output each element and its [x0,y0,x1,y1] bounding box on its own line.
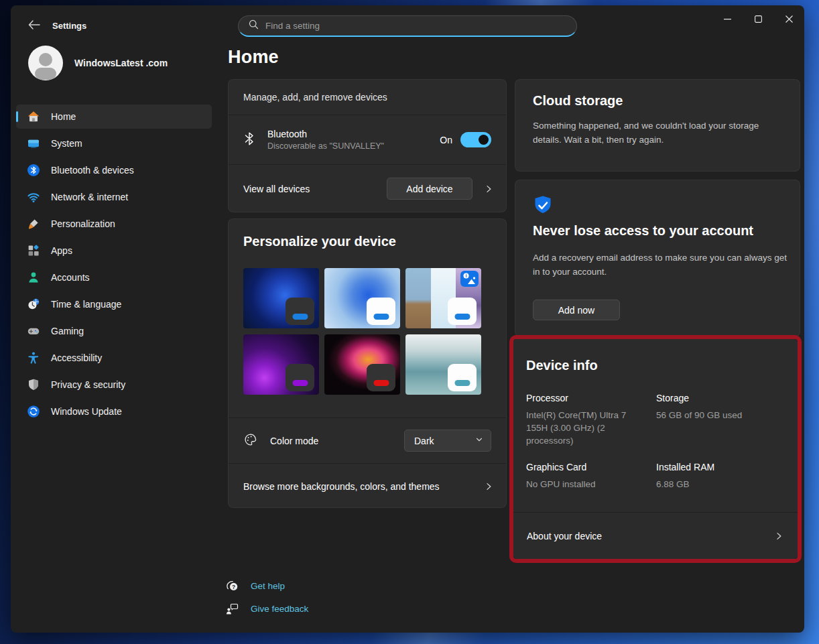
theme-taskbar-preview [448,298,477,325]
get-help-label: Get help [251,581,285,591]
window-controls [712,5,804,32]
svg-text:?: ? [232,584,235,590]
home-icon [27,110,40,123]
sidebar-item-accessibility[interactable]: Accessibility [16,346,212,370]
give-feedback-link[interactable]: Give feedback [225,600,308,617]
add-device-button[interactable]: Add device [387,178,472,200]
sidebar-item-windows-update[interactable]: Windows Update [16,399,212,424]
theme-thumb-abstract-flower[interactable] [324,334,400,395]
red-highlight-box: Device info Processor Intel(R) Core(TM) … [509,335,802,563]
bluetooth-state-label: On [440,135,452,145]
color-mode-dropdown[interactable]: Dark [404,430,491,452]
view-all-devices-label: View all devices [243,184,310,194]
sidebar-item-network-internet[interactable]: Network & internet [16,185,212,209]
devices-card-header[interactable]: Manage, add, and remove devices [229,80,506,115]
maximize-button[interactable] [743,5,773,32]
bluetooth-toggle[interactable] [460,132,491,147]
sidebar-nav: Home System Bluetooth & devices Network … [16,105,212,426]
help-headset-icon: ? [225,579,240,592]
avatar [28,46,63,80]
sidebar-item-label: Bluetooth & devices [51,165,134,176]
sidebar-item-label: Accounts [51,272,90,283]
theme-taskbar-preview [367,364,395,391]
chevron-right-icon [483,184,494,194]
sidebar-item-time-language[interactable]: Time & language [16,292,212,316]
sidebar-item-personalization[interactable]: Personalization [16,212,212,236]
sidebar-item-label: Personalization [51,218,115,229]
sidebar-item-privacy-security[interactable]: Privacy & security [16,373,212,397]
sidebar-item-system[interactable]: System [16,131,212,155]
chevron-right-icon [773,531,784,541]
installed-ram-label: Installed RAM [656,462,714,472]
bluetooth-glyph-icon [243,131,255,149]
account-security-title: Never lose access to your account [533,223,753,239]
theme-taskbar-preview [367,298,395,325]
cloud-storage-body: Something happened, and we couldn't load… [533,119,779,147]
maximize-icon [755,15,762,23]
close-icon [785,15,793,23]
sidebar-item-label: Network & internet [51,192,128,202]
close-button[interactable] [773,5,804,32]
processor-value: Intel(R) Core(TM) Ultra 7 155H (3.00 GHz… [526,409,641,447]
devices-card-header-label: Manage, add, and remove devices [243,92,387,103]
sidebar-item-label: Privacy & security [51,379,125,390]
image-info-icon[interactable]: i [460,271,479,287]
get-help-link[interactable]: ? Get help [225,578,308,594]
page-title: Home [228,47,279,68]
personalize-title: Personalize your device [243,234,396,249]
minimize-icon [724,15,731,23]
search-box[interactable] [238,15,577,37]
palette-icon [243,432,258,450]
theme-thumb-windows-dark-bloom[interactable] [243,268,319,328]
minimize-button[interactable] [712,5,743,32]
search-icon [248,19,259,33]
sidebar-item-label: Gaming [51,326,84,336]
browse-themes-row[interactable]: Browse more backgrounds, colors, and the… [229,463,506,509]
wifi-icon [27,190,40,204]
theme-taskbar-preview [286,298,314,325]
back-arrow-icon [28,20,40,32]
bluetooth-subtitle: Discoverable as "SUNVALLEY" [267,141,384,151]
shield-icon [27,378,40,391]
theme-thumb-purple-glow[interactable] [243,334,319,395]
sidebar-item-bluetooth-devices[interactable]: Bluetooth & devices [16,158,212,182]
system-icon [27,137,40,150]
bluetooth-icon [27,164,40,177]
sidebar-item-label: Windows Update [51,406,122,417]
sidebar-item-gaming[interactable]: Gaming [16,319,212,343]
about-your-device-row[interactable]: About your device [513,513,798,559]
back-button[interactable] [25,19,43,34]
color-mode-row: Color mode Dark [229,417,506,463]
account-security-body: Add a recovery email address to make sur… [533,251,788,279]
device-info-title: Device info [526,358,598,373]
account-security-card: Never lose access to your account Add a … [515,180,800,337]
theme-thumb-mountain-lake[interactable] [405,334,481,395]
add-now-button[interactable]: Add now [533,300,620,320]
browse-themes-label: Browse more backgrounds, colors, and the… [243,481,440,492]
processor-label: Processor [526,393,568,403]
graphics-card-value: No GPU installed [526,478,647,491]
svg-text:i: i [465,273,466,279]
toggle-knob [479,135,489,145]
sidebar-item-accounts[interactable]: Accounts [16,265,212,289]
installed-ram-value: 6.88 GB [656,478,777,491]
search-input[interactable] [265,21,567,31]
view-all-devices-row[interactable]: View all devices Add device [229,164,506,212]
app-title: Settings [52,21,86,31]
account-header[interactable]: WindowsLatest .com [28,46,168,80]
chevron-right-icon [483,481,494,492]
theme-thumb-windows-light-bloom[interactable] [324,268,400,328]
sidebar-item-home[interactable]: Home [16,105,212,129]
apps-icon [27,244,40,257]
accounts-icon [27,271,40,284]
shield-check-icon [533,195,553,219]
settings-window: Settings WindowsLatest .com Home System [11,5,804,633]
storage-label: Storage [656,393,689,403]
graphics-card-label: Graphics Card [526,462,586,472]
personalize-card: Personalize your device i [228,218,507,508]
cloud-storage-title: Cloud storage [533,93,623,109]
sidebar-item-apps[interactable]: Apps [16,239,212,263]
cloud-storage-card: Cloud storage Something happened, and we… [515,79,800,172]
theme-taskbar-preview [448,364,477,391]
theme-thumb-photo-collage[interactable]: i [405,268,481,328]
